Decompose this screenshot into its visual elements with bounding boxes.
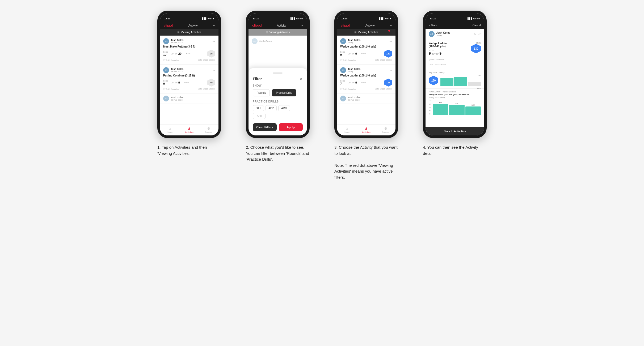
detail-score-label-4: Score — [429, 49, 441, 51]
filter-icon-3: ⊞ — [354, 31, 356, 34]
dots-menu-1-2[interactable]: ••• — [212, 69, 215, 72]
shots-label-3-1: Shots — [361, 53, 366, 54]
score-label-1-1: Score — [163, 51, 168, 53]
phone-inner-2: 13:21 ▋▋▋ WiFi ■ clippd Activity ≡ ⊞ V — [249, 13, 307, 135]
viewing-bar-text-2: Viewing Activities — [270, 31, 290, 34]
edit-icon-4[interactable]: ✎ — [473, 32, 476, 36]
shot-quality-badge-1-2: 45 — [207, 79, 215, 87]
avatar-3-1: JC — [340, 38, 346, 44]
info-right-1-2: Data: Clippd Capture — [198, 88, 215, 91]
expand-icon-4[interactable]: ⤢ — [478, 32, 481, 36]
hamburger-icon-2[interactable]: ≡ — [301, 24, 303, 27]
home-icon-1: ⌂ — [169, 126, 171, 130]
detail-header-4: < Back Cancel — [426, 22, 484, 29]
shots-label-1-1: Shots — [186, 53, 191, 54]
user-info-1-1: JC Josh Coles 28 Feb 2023 — [163, 38, 183, 44]
phone-inner-4: 13:21 ▋▋▋ WiFi ■ < Back Cancel JC — [426, 13, 484, 135]
back-to-activities-btn-4[interactable]: Back to Activities — [426, 127, 484, 135]
app-header-3: clippd Activity ≡ — [337, 22, 395, 29]
stat-outof-1-1: OUT OF 20 — [171, 52, 182, 55]
user-date-3-3: 28 Feb 2023 — [348, 99, 360, 101]
detail-score-block-4: Score 9 OUT OF 9 — [429, 49, 441, 55]
filter-practice-btn-2[interactable]: Practice Drills — [272, 89, 296, 96]
status-icons-4: ▋▋▋ WiFi ■ — [468, 18, 480, 20]
home-label-1: Home — [167, 131, 172, 133]
viewing-bar-text-3: Viewing Activities — [358, 31, 378, 34]
detail-activity-info-4: Wedge Ladder(100-140 yds) Score 9 OUT OF… — [429, 42, 447, 66]
filter-rounds-btn-2[interactable]: Rounds — [253, 89, 270, 96]
activity-item-1-2[interactable]: JC Josh Coles 28 Feb 2023 ••• Putting Co… — [160, 65, 218, 93]
clear-filters-btn-2[interactable]: Clear Filters — [253, 123, 277, 131]
detail-stats-4: Score 9 OUT OF 9 — [429, 49, 447, 55]
phone-section-3: 13:20 ▋▋▋ WiFi ■ clippd Activity ≡ ⊞ V — [326, 11, 406, 180]
activity-item-3-2[interactable]: JC Josh Coles Today ••• Wedge Ladder (10… — [337, 65, 395, 93]
time-2: 13:21 — [253, 17, 259, 20]
filter-show-label-2: Show — [253, 84, 303, 87]
shot-quality-badge-1-1: 75 — [207, 50, 215, 58]
filter-tag-putt-2[interactable]: PUTT — [253, 113, 266, 119]
hamburger-icon-3[interactable]: ≡ — [390, 24, 392, 27]
dots-menu-3-2[interactable]: ••• — [389, 69, 392, 72]
user-text-1-3: Josh Coles 28 Feb 2023 — [171, 96, 183, 101]
activity-item-header-1-1: JC Josh Coles 28 Feb 2023 ••• — [163, 38, 215, 44]
app-header-2: clippd Activity ≡ — [249, 22, 307, 29]
mini-chart-4: 130 APP — [440, 75, 481, 86]
detail-user-info-4: JC Josh Coles Today — [429, 31, 450, 37]
activity-item-1-3[interactable]: JC Josh Coles 28 Feb 2023 — [160, 93, 218, 104]
nav-item-capture-3[interactable]: ⊕ Capture — [376, 126, 395, 133]
stats-row-3-2: Score 7 OUT OF 9 Shots 118 — [340, 79, 392, 87]
filter-icon-1: ⊞ — [177, 31, 179, 34]
red-dot-3 — [388, 30, 390, 32]
app-header-title-1: Activity — [188, 24, 198, 27]
activity-item-3-1[interactable]: JC Josh Coles Today ••• Wedge Ladder (10… — [337, 36, 395, 65]
info-row-3-1: ⓘ Test Information Data: Clippd Capture — [340, 59, 392, 62]
user-date-3-2: Today — [348, 70, 360, 73]
user-text-3-2: Josh Coles Today — [348, 68, 360, 73]
nav-item-home-3[interactable]: ⌂ Home — [337, 126, 356, 133]
dots-menu-1-1[interactable]: ••• — [212, 40, 215, 43]
viewing-bar-1[interactable]: ⊞ Viewing Activities — [160, 29, 218, 36]
cancel-btn-4[interactable]: Cancel — [473, 24, 481, 27]
filter-tag-arg-2[interactable]: ARG — [278, 105, 290, 111]
user-text-3-3: Josh Coles 28 Feb 2023 — [348, 96, 360, 101]
activity-item-3-3[interactable]: JC Josh Coles 28 Feb 2023 — [337, 93, 395, 104]
bar-chart-subtitle-4: --- Avg Shot Quality — [429, 96, 481, 98]
filter-buttons-2: Rounds Practice Drills — [253, 89, 303, 96]
filter-tag-ott-2[interactable]: OTT — [253, 105, 264, 111]
chart-axis-label-4: APP — [477, 88, 481, 89]
user-date-1-3: 28 Feb 2023 — [171, 99, 183, 101]
activity-item-1-1[interactable]: JC Josh Coles 28 Feb 2023 ••• Must Make … — [160, 36, 218, 65]
apply-btn-2[interactable]: Apply — [279, 123, 303, 131]
dimmed-user-name-2: Josh Coles — [259, 40, 272, 42]
bar-val-2-4: 129 — [455, 102, 458, 104]
description-1: 1. Tap on Activities and then 'Viewing A… — [157, 144, 221, 156]
dimmed-activity-2: JC Josh Coles — [249, 36, 307, 47]
nav-item-activities-3[interactable]: ♟ Activities — [356, 126, 376, 133]
hamburger-icon-1[interactable]: ≡ — [213, 24, 215, 27]
user-info-3-2: JC Josh Coles Today — [340, 67, 360, 73]
nav-item-activities-1[interactable]: ♟ Activities — [179, 126, 199, 133]
phone-section-2: 13:21 ▋▋▋ WiFi ■ clippd Activity ≡ ⊞ V — [238, 11, 318, 163]
stat-outof-3-1: OUT OF 9 — [348, 52, 357, 55]
detail-avatar-4: JC — [429, 31, 435, 37]
shot-quality-value-3-1: 130 — [386, 52, 390, 55]
close-btn-2[interactable]: ✕ — [300, 77, 303, 81]
detail-info-text-4: ⓘ Test Information — [429, 59, 444, 61]
detail-info-4: ⓘ Test Information Data: Clippd Capture — [429, 57, 447, 66]
nav-item-capture-1[interactable]: ⊕ Capture — [199, 126, 218, 133]
bar-1-4 — [433, 104, 448, 115]
time-1: 13:20 — [164, 17, 170, 20]
user-text-1-2: Josh Coles 28 Feb 2023 — [171, 68, 183, 73]
dots-menu-3-1[interactable]: ••• — [389, 40, 392, 43]
viewing-bar-3[interactable]: ⊞ Viewing Activities — [337, 29, 395, 36]
filter-tag-app-2[interactable]: APP — [266, 105, 277, 111]
info-left-3-1: ⓘ Test Information — [340, 59, 356, 62]
back-btn-4[interactable]: < Back — [429, 24, 437, 27]
bottom-nav-3: ⌂ Home ♟ Activities ⊕ Capture — [337, 125, 395, 135]
nav-item-home-1[interactable]: ⌂ Home — [160, 126, 179, 133]
info-left-3-2: ⓘ Test Information — [340, 88, 356, 91]
page-container: 13:20 ▋▋▋ WiFi ■ clippd Activity ≡ ⊞ V — [149, 11, 495, 180]
user-name-1-2: Josh Coles — [171, 68, 183, 70]
info-right-1-1: Data: Clippd Capture — [198, 59, 215, 62]
filter-header-2: Filter ✕ — [253, 77, 303, 81]
